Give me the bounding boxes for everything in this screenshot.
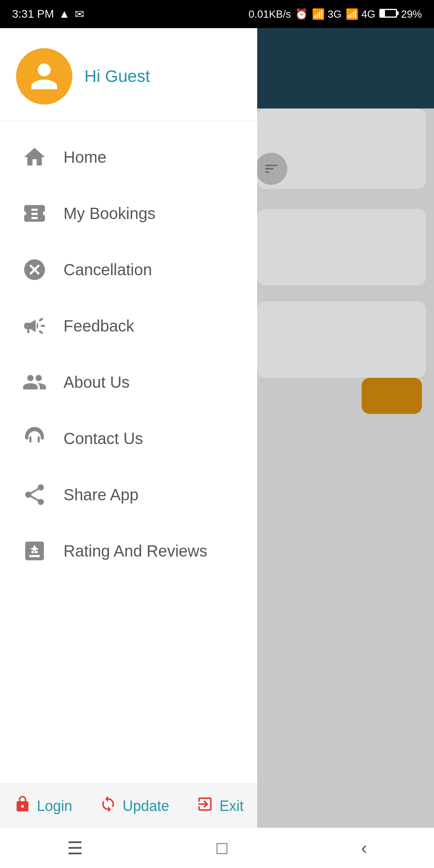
orange-button bbox=[362, 378, 422, 414]
menu-list: Home My Bookings Cancellation Feedback bbox=[0, 121, 257, 828]
update-action[interactable]: Update bbox=[99, 795, 169, 817]
update-label: Update bbox=[123, 798, 169, 815]
exit-icon bbox=[196, 795, 214, 817]
headset-icon bbox=[20, 424, 49, 453]
lock-icon bbox=[14, 795, 31, 817]
card-2 bbox=[257, 209, 426, 285]
rating-icon bbox=[20, 536, 49, 565]
menu-item-rating-reviews[interactable]: Rating And Reviews bbox=[0, 523, 257, 579]
status-bar: 3:31 PM ▲ ✉ 0.01KB/s ⏰ 📶 3G 📶 4G 29% bbox=[0, 0, 434, 28]
app-header-bg bbox=[249, 28, 434, 108]
ticket-icon bbox=[20, 199, 49, 228]
status-bar-left: 3:31 PM ▲ ✉ bbox=[12, 8, 84, 21]
login-label: Login bbox=[37, 798, 72, 815]
menu-label-rating-reviews: Rating And Reviews bbox=[63, 542, 207, 560]
time-display: 3:31 PM bbox=[12, 8, 54, 20]
menu-item-about-us[interactable]: About Us bbox=[0, 354, 257, 410]
menu-label-contact-us: Contact Us bbox=[63, 430, 143, 448]
battery-percent: 29% bbox=[401, 8, 422, 20]
exit-label: Exit bbox=[219, 798, 244, 815]
battery-icon bbox=[379, 8, 397, 20]
arrows-icon bbox=[99, 795, 117, 817]
avatar bbox=[16, 48, 72, 104]
sort-icon bbox=[255, 153, 287, 185]
android-nav-bar: ☰ □ ‹ bbox=[0, 828, 434, 868]
signal-4g-icon: 📶 4G bbox=[346, 8, 375, 20]
bottom-action-bar: Login Update Exit bbox=[0, 784, 257, 828]
menu-item-cancellation[interactable]: Cancellation bbox=[0, 242, 257, 298]
menu-item-share-app[interactable]: Share App bbox=[0, 467, 257, 523]
side-drawer: Hi Guest Home My Bookings Cancellation bbox=[0, 28, 257, 828]
menu-label-share-app: Share App bbox=[63, 486, 139, 504]
network-speed: 0.01KB/s bbox=[249, 8, 291, 20]
card-3 bbox=[257, 301, 426, 378]
signal-3g-icon: 📶 3G bbox=[312, 8, 342, 20]
alarm-icon: ⏰ bbox=[295, 8, 308, 20]
login-action[interactable]: Login bbox=[14, 795, 72, 817]
share-icon bbox=[20, 480, 49, 509]
drive-icon: ▲ bbox=[59, 8, 70, 20]
cancellation-icon bbox=[20, 255, 49, 284]
megaphone-icon bbox=[20, 311, 49, 340]
home-icon bbox=[20, 143, 49, 172]
menu-label-my-bookings: My Bookings bbox=[63, 205, 156, 223]
menu-item-my-bookings[interactable]: My Bookings bbox=[0, 185, 257, 242]
nav-menu-button[interactable]: ☰ bbox=[67, 838, 83, 858]
exit-action[interactable]: Exit bbox=[196, 795, 244, 817]
menu-label-cancellation: Cancellation bbox=[63, 261, 152, 279]
status-bar-right: 0.01KB/s ⏰ 📶 3G 📶 4G 29% bbox=[249, 8, 422, 20]
menu-item-home[interactable]: Home bbox=[0, 129, 257, 185]
menu-label-about-us: About Us bbox=[63, 373, 130, 391]
menu-label-feedback: Feedback bbox=[63, 317, 134, 335]
drawer-user-header: Hi Guest bbox=[0, 28, 257, 121]
menu-label-home: Home bbox=[63, 148, 106, 166]
menu-item-contact-us[interactable]: Contact Us bbox=[0, 410, 257, 467]
email-icon: ✉ bbox=[75, 8, 84, 21]
menu-item-feedback[interactable]: Feedback bbox=[0, 298, 257, 354]
user-greeting: Hi Guest bbox=[84, 67, 150, 86]
nav-home-button[interactable]: □ bbox=[217, 838, 227, 858]
nav-back-button[interactable]: ‹ bbox=[361, 838, 367, 858]
about-us-icon bbox=[20, 368, 49, 397]
